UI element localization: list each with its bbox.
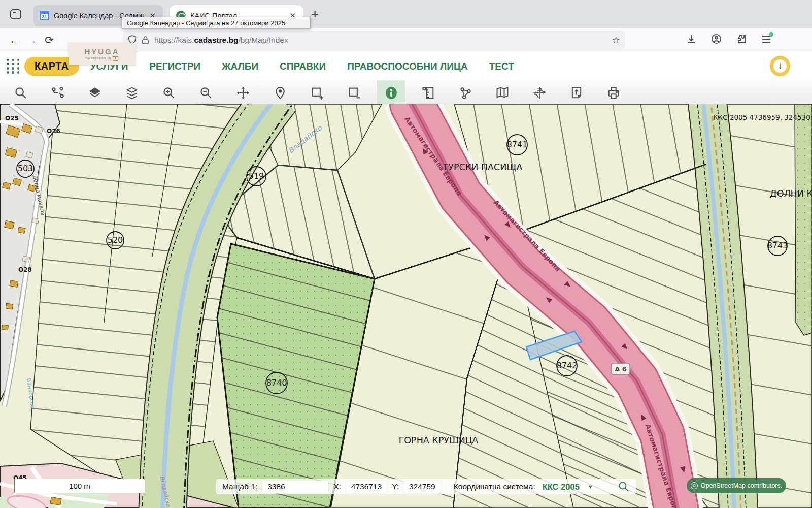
svg-text:520: 520 — [108, 235, 123, 245]
hyuga-title: HYUGA — [84, 47, 119, 56]
layer-tool[interactable] — [81, 80, 109, 106]
map-canvas[interactable]: Автомагистрала Европа Автомагистрала Евр… — [0, 104, 812, 508]
chevron-down-icon[interactable]: ▼ — [588, 484, 593, 490]
label-dolni-kru: ДОЛНИ КРУ — [770, 188, 812, 199]
hyuga-logo-overlay: HYUGA HAPPINESS IN — [69, 43, 136, 65]
svg-text:503: 503 — [18, 164, 33, 173]
lock-icon[interactable] — [142, 36, 149, 45]
x-label: X: — [333, 482, 341, 491]
cadastre-map[interactable]: Автомагистрала Европа Автомагистрала Евр… — [0, 104, 812, 508]
info-tool[interactable] — [377, 80, 405, 106]
copyright-icon: © — [691, 482, 698, 489]
x-value[interactable]: 4736713 — [346, 481, 387, 493]
extensions-puzzle-icon[interactable] — [736, 34, 747, 46]
select-remove-tool[interactable] — [340, 80, 368, 106]
svg-text:О26: О26 — [47, 128, 60, 135]
y-label: Y: — [392, 482, 399, 491]
scale-bar: 100 m — [14, 479, 145, 493]
google-calendar-icon: 31 — [40, 11, 49, 20]
url-text: https://kais.cadastre.bg/bg/Map/Index — [154, 36, 608, 45]
locate-tool[interactable] — [266, 80, 294, 106]
nav-item-pravosposobni-litsa[interactable]: ПРАВОСПОСОБНИ ЛИЦА — [347, 61, 468, 72]
svg-text:8742: 8742 — [557, 361, 578, 370]
measure-tool[interactable] — [414, 80, 442, 106]
svg-text:8740: 8740 — [266, 378, 287, 388]
url-field[interactable]: https://kais.cadastre.bg/bg/Map/Index ☆ — [123, 31, 625, 49]
nav-item-zhalbi[interactable]: ЖАЛБИ — [222, 61, 258, 72]
notification-dot — [769, 32, 773, 37]
topology-tool[interactable] — [451, 80, 479, 106]
hyuga-subtitle: HAPPINESS IN — [86, 57, 112, 60]
map-status-bar: Мащаб 1: 3386 X: 4736713 Y: 324759 Коорд… — [216, 479, 636, 494]
scale-label: Мащаб 1: — [222, 482, 257, 491]
svg-text:О25: О25 — [5, 115, 19, 122]
zoom-in-tool[interactable] — [155, 80, 183, 106]
y-value[interactable]: 324759 — [404, 481, 441, 493]
svg-text:519: 519 — [249, 171, 264, 181]
new-tab-button[interactable]: + — [311, 6, 319, 22]
scale-input[interactable]: 3386 — [262, 481, 328, 493]
nav-item-spravki[interactable]: СПРАВКИ — [280, 61, 326, 72]
osm-attribution-text: OpenStreetMap contributors. — [701, 482, 783, 489]
print-tool[interactable] — [599, 80, 627, 106]
osm-attribution[interactable]: © OpenStreetMap contributors. — [687, 478, 786, 493]
forward-button[interactable]: → — [23, 34, 41, 46]
crs-select[interactable]: ККС 2005 — [543, 482, 580, 492]
crs-label: Координатна система: — [454, 482, 535, 491]
floorplan-icon — [113, 56, 118, 61]
zoom-out-tool[interactable] — [192, 80, 220, 106]
reload-button[interactable]: ⟳ — [41, 34, 58, 46]
coordinate-search-icon[interactable] — [618, 481, 630, 493]
svg-text:А 6: А 6 — [615, 365, 627, 373]
tab-tooltip: Google Календар - Седмицата на 27 октомв… — [122, 17, 311, 29]
map-sheet-tool[interactable] — [488, 80, 516, 106]
bookmark-star-icon[interactable]: ☆ — [612, 35, 620, 46]
svg-text:8743: 8743 — [767, 241, 788, 250]
account-icon[interactable] — [711, 34, 722, 46]
export-tool[interactable] — [562, 80, 590, 106]
svg-text:О28: О28 — [18, 266, 32, 273]
pan-tool[interactable] — [229, 80, 257, 106]
browser-window: 31 Google Календар - Седмицат ✕ КАИС Пор… — [0, 0, 812, 508]
scroll-down-button[interactable]: ↓ — [770, 56, 790, 76]
nav-item-registri[interactable]: РЕГИСТРИ — [149, 61, 200, 72]
label-gorna-krushitsa: ГОРНА КРУШИЦА — [399, 435, 479, 446]
svg-text:8741: 8741 — [507, 140, 528, 149]
nav-item-test[interactable]: ТЕСТ — [489, 61, 514, 72]
map-toolbar — [0, 80, 812, 106]
green-strip-east-edge — [795, 104, 812, 335]
back-button[interactable]: ← — [6, 34, 23, 46]
coordinates-tool[interactable] — [525, 80, 553, 106]
road-badge-a6: А 6 — [612, 363, 630, 374]
node-select-tool[interactable] — [44, 80, 72, 106]
search-tool[interactable] — [7, 80, 35, 106]
select-add-tool[interactable] — [303, 80, 331, 106]
downloads-icon[interactable] — [686, 34, 696, 46]
apps-grid-icon[interactable] — [7, 59, 20, 74]
layers-tool[interactable] — [118, 80, 146, 106]
label-turski-pasishta: ТУРСКИ ПАСИЩА — [443, 162, 523, 172]
firefox-view-icon[interactable] — [7, 7, 24, 22]
menu-hamburger-icon[interactable] — [761, 35, 771, 46]
cursor-coordinates: ККС 2005 4736959, 324530 — [713, 113, 810, 121]
